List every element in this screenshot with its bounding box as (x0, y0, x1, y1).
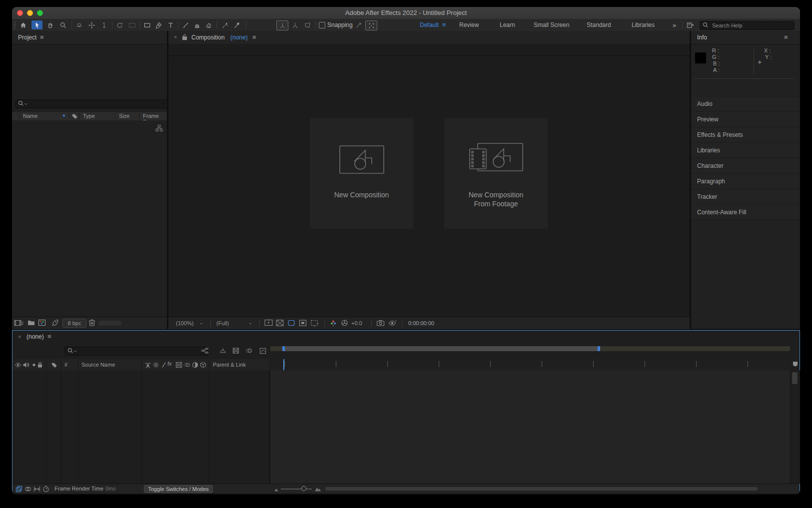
type-tool[interactable] (166, 20, 175, 29)
sidebar-item-tracker[interactable]: Tracker (691, 189, 800, 204)
workspace-tab-learn[interactable]: Learn (500, 21, 515, 28)
motion-blur-column-icon[interactable] (183, 361, 190, 369)
project-item-list[interactable] (12, 120, 167, 317)
in-out-duration-pane-icon[interactable] (33, 485, 40, 493)
local-axis-mode-icon[interactable] (276, 20, 288, 30)
help-search-input[interactable] (700, 21, 795, 30)
video-eye-icon[interactable] (14, 361, 21, 369)
label-column-icon[interactable] (71, 113, 78, 119)
label-column-icon[interactable] (50, 361, 57, 369)
column-type[interactable]: Type (83, 113, 95, 119)
lock-icon[interactable] (36, 361, 43, 369)
sidebar-item-paragraph[interactable]: Paragraph (691, 173, 800, 189)
snap-line-icon[interactable] (354, 20, 363, 29)
transparency-grid-icon[interactable] (276, 319, 284, 327)
quality-icon[interactable] (160, 361, 167, 369)
collapse-transformations-icon[interactable] (152, 361, 159, 369)
timeline-zoom-slider-knob[interactable] (301, 486, 306, 491)
sidebar-item-libraries[interactable]: Libraries (691, 142, 800, 158)
zoom-in-timeline-icon[interactable] (314, 485, 321, 493)
roto-brush-tool[interactable] (219, 20, 230, 29)
magnification-dropdown[interactable]: (100%) (176, 320, 193, 326)
clone-stamp-tool[interactable] (192, 20, 201, 29)
mask-visibility-icon[interactable] (287, 319, 295, 327)
zoom-tool[interactable] (58, 20, 67, 29)
workspace-tab-small-screen[interactable]: Small Screen (534, 21, 569, 28)
column-number[interactable]: # (64, 362, 67, 368)
project-search-input[interactable] (15, 99, 179, 108)
effects-fx-icon[interactable]: fx (167, 361, 172, 367)
3d-layer-icon[interactable] (199, 361, 206, 369)
layer-switches-pane-icon[interactable] (15, 485, 22, 493)
time-ruler[interactable] (270, 359, 790, 370)
project-tab[interactable]: Project (18, 34, 36, 41)
composition-tab[interactable]: Composition (191, 34, 225, 41)
orbit-camera-tool[interactable] (74, 20, 83, 29)
adjustment-layer-icon[interactable] (191, 361, 198, 369)
timeline-zoom-slider-track[interactable] (281, 489, 312, 490)
bit-depth-button[interactable]: 8 bpc (62, 319, 86, 328)
timeline-tab[interactable]: (none) (26, 333, 44, 340)
timeline-panel-menu-icon[interactable]: ≡ (47, 333, 51, 340)
snap-features-icon[interactable] (365, 20, 377, 30)
snapshot-camera-icon[interactable] (376, 319, 385, 327)
view-axis-mode-icon[interactable] (303, 20, 312, 29)
current-time-indicator[interactable] (283, 359, 284, 370)
column-parent-link[interactable]: Parent & Link (213, 362, 246, 368)
dolly-camera-tool[interactable] (99, 20, 108, 29)
graph-editor-icon[interactable] (259, 347, 266, 355)
work-area-track[interactable] (270, 346, 790, 351)
selection-tool[interactable] (31, 20, 42, 29)
chevron-down-icon[interactable]: ⌄ (199, 320, 203, 325)
region-of-interest-icon[interactable] (299, 319, 307, 327)
project-horizontal-scrollbar[interactable] (98, 321, 121, 326)
work-area-end-handle[interactable] (598, 346, 600, 351)
chevron-down-icon[interactable]: ⌄ (248, 320, 252, 325)
hand-tool[interactable] (45, 20, 54, 29)
draft-3d-icon[interactable] (219, 347, 226, 355)
snapping-label[interactable]: Snapping (327, 21, 353, 28)
timeline-horizontal-scrollbar[interactable] (325, 487, 758, 491)
camera-region-tool[interactable] (126, 20, 137, 29)
project-panel-menu-icon[interactable]: ≡ (40, 34, 44, 40)
pen-tool[interactable] (154, 20, 163, 29)
column-name[interactable]: Name (23, 113, 37, 119)
sidebar-item-character[interactable]: Character (691, 158, 800, 173)
audio-speaker-icon[interactable] (22, 361, 29, 369)
brush-tool[interactable] (181, 20, 190, 29)
vertical-scrollbar-thumb[interactable] (792, 372, 798, 384)
resolution-dropdown[interactable]: (Full) (216, 320, 229, 326)
new-composition-card[interactable]: New Composition (310, 118, 413, 229)
new-folder-icon[interactable] (27, 319, 35, 326)
sidebar-item-audio[interactable]: Audio (691, 96, 800, 111)
world-axis-mode-icon[interactable] (290, 20, 299, 29)
pan-camera-tool[interactable] (87, 20, 96, 29)
work-area-bar[interactable] (282, 346, 600, 351)
unlock-icon[interactable] (182, 34, 187, 40)
interpret-footage-icon[interactable] (14, 319, 23, 327)
grid-guides-icon[interactable] (310, 319, 319, 327)
workspace-tab-standard[interactable]: Standard (587, 21, 611, 28)
eraser-tool[interactable] (204, 20, 213, 29)
rotate-tool[interactable] (115, 20, 124, 29)
transfer-controls-pane-icon[interactable] (24, 485, 31, 493)
close-tab-icon[interactable]: × (174, 34, 177, 40)
track-area[interactable] (270, 370, 790, 484)
show-channel-icon[interactable] (329, 319, 337, 327)
workspace-overflow-chevrons[interactable]: » (673, 21, 676, 29)
layer-list-area[interactable] (12, 370, 269, 484)
preview-timecode[interactable]: 0:00:00:00 (408, 320, 434, 326)
render-time-pane-icon[interactable] (42, 485, 49, 493)
info-tab[interactable]: Info (697, 34, 707, 41)
motion-blur-icon[interactable] (245, 347, 252, 355)
new-composition-from-footage-card[interactable]: New Composition From Footage (444, 118, 548, 229)
composition-mini-flowchart-icon[interactable] (201, 347, 208, 355)
workspace-tab-libraries[interactable]: Libraries (632, 21, 655, 28)
exposure-value[interactable]: +0.0 (351, 320, 362, 326)
frame-blend-column-icon[interactable] (175, 361, 182, 369)
workspace-tab-default[interactable]: Default (420, 21, 439, 28)
column-size[interactable]: Size (119, 113, 129, 119)
sort-ascending-icon[interactable]: ▲ (62, 113, 66, 117)
comp-marker-bin-icon[interactable] (792, 360, 799, 368)
fast-previews-icon[interactable] (264, 319, 273, 327)
